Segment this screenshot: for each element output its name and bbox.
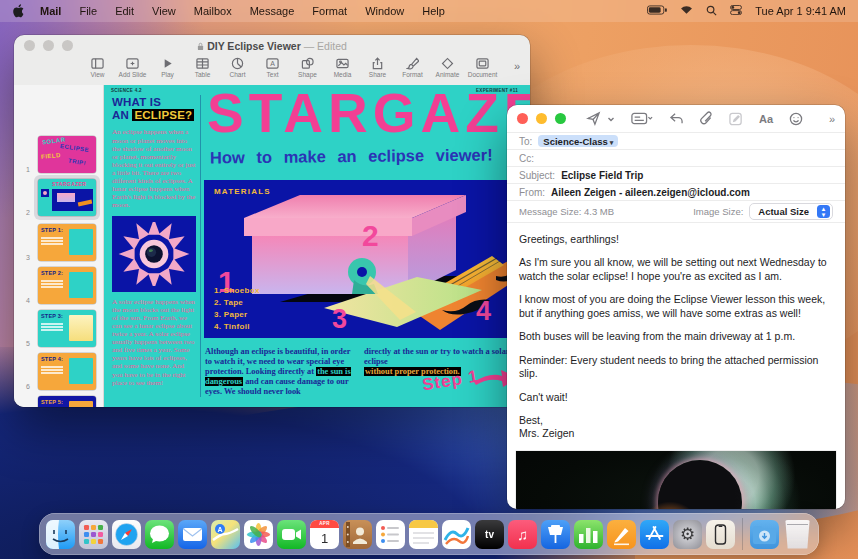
eclipse-photo-attachment[interactable] (516, 451, 836, 509)
edited-badge: — Edited (304, 40, 347, 52)
dock-launchpad[interactable] (79, 520, 108, 549)
dock-iphone-mirroring[interactable] (706, 520, 735, 549)
chart-button[interactable]: Chart (220, 57, 255, 78)
materials-box[interactable]: MATERIALS (204, 180, 530, 338)
menu-window[interactable]: Window (365, 5, 404, 17)
dock-mail[interactable] (178, 520, 207, 549)
send-icon[interactable] (586, 111, 601, 126)
dock-apple-tv[interactable]: tv (475, 520, 504, 549)
sun-icon (118, 222, 190, 286)
battery-icon[interactable] (647, 5, 667, 17)
header-fields-icon[interactable] (631, 112, 653, 125)
dock-music[interactable]: ♫ (508, 520, 537, 549)
text-button[interactable]: AText (255, 57, 290, 78)
menu-format[interactable]: Format (312, 5, 347, 17)
material-item: 3. Paper (214, 309, 260, 321)
slide-thumbnail-6[interactable]: 6 STEP 4: (14, 352, 103, 392)
shape-button[interactable]: Shape (290, 57, 325, 78)
document-button[interactable]: Document (465, 57, 500, 78)
media-button[interactable]: Media (325, 57, 360, 78)
dock-numbers[interactable] (574, 520, 603, 549)
eclipse-heading: WHAT IS AN ECLIPSE? (112, 96, 196, 122)
menu-file[interactable]: File (79, 5, 97, 17)
format-button[interactable]: Format (395, 57, 430, 78)
dock-facetime[interactable] (277, 520, 306, 549)
material-item: 1. Shoebox (214, 285, 260, 297)
message-body[interactable]: Greetings, earthlings! As I'm sure you a… (507, 223, 845, 441)
menu-clock[interactable]: Tue Apr 1 9:41 AM (755, 5, 846, 17)
apple-menu-icon[interactable] (12, 4, 24, 18)
cc-field[interactable]: Cc: (507, 150, 845, 167)
control-center-icon[interactable] (730, 5, 742, 17)
dock-trash[interactable] (783, 520, 812, 549)
menu-help[interactable]: Help (422, 5, 445, 17)
slide-thumbnail-5[interactable]: 5 STEP 3: (14, 309, 103, 349)
keynote-titlebar[interactable]: DIY Eclipse Viewer — Edited (14, 35, 530, 56)
close-button[interactable] (517, 113, 528, 124)
menu-view[interactable]: View (152, 5, 176, 17)
slide-thumbnail-1[interactable]: 1 SOLAR ECLIPSE FIELD TRIP! (14, 135, 103, 175)
dock-safari[interactable] (112, 520, 141, 549)
image-size-select[interactable]: Actual Size ▲▼ (749, 203, 833, 220)
from-field[interactable]: From: Aileen Zeigen - aileen.zeigen@iclo… (507, 184, 845, 201)
dock-reminders[interactable] (376, 520, 405, 549)
slide-thumbnail-7[interactable]: 7 STEP 5: (14, 395, 103, 407)
markup-icon[interactable] (729, 112, 743, 126)
slide-title[interactable]: STARGAZER (207, 85, 530, 145)
attach-icon[interactable] (700, 111, 713, 126)
send-options-chevron-icon[interactable] (607, 115, 615, 123)
minimize-button[interactable] (536, 113, 547, 124)
materials-list: 1. Shoebox 2. Tape 3. Paper 4. Tinfoil (214, 285, 260, 333)
format-text-button[interactable]: Aa (759, 113, 773, 125)
mail-window-controls[interactable] (517, 113, 566, 124)
dock-keynote[interactable] (541, 520, 570, 549)
dock-pages[interactable] (607, 520, 636, 549)
slide-thumbnail-2-selected[interactable]: 2 STARGAZER (14, 178, 103, 218)
dock-downloads-folder[interactable] (750, 520, 779, 549)
toolbar-overflow-chevron[interactable]: » (829, 113, 835, 125)
column-divider (200, 95, 201, 397)
menu-edit[interactable]: Edit (115, 5, 134, 17)
toolbar-overflow-chevron[interactable]: » (514, 57, 520, 72)
dock-notes[interactable] (409, 520, 438, 549)
to-field[interactable]: To: Science-Class▾ (507, 133, 845, 150)
table-button[interactable]: Table (185, 57, 220, 78)
spotlight-search-icon[interactable] (706, 5, 717, 18)
tv-logo: tv (485, 529, 494, 540)
dock-system-settings[interactable]: ⚙ (673, 520, 702, 549)
reply-icon[interactable] (669, 112, 684, 125)
dock-photos[interactable] (244, 520, 273, 549)
dock-app-store[interactable] (640, 520, 669, 549)
menu-app-name[interactable]: Mail (40, 5, 61, 17)
add-slide-button[interactable]: Add Slide (115, 57, 150, 78)
recipient-token[interactable]: Science-Class▾ (538, 135, 618, 147)
dock-messages[interactable] (145, 520, 174, 549)
dock-contacts[interactable] (343, 520, 372, 549)
mail-compose-window: Aa » To: Science-Class▾ Cc: Subject: Ecl… (507, 105, 845, 509)
chevron-down-icon: ▾ (610, 139, 614, 146)
slide-subtitle[interactable]: How to make an eclipse viewer! (210, 146, 493, 168)
subject-field[interactable]: Subject: Eclipse Field Trip (507, 167, 845, 184)
body-paragraph: I know most of you are doing the Eclipse… (519, 293, 833, 320)
wifi-icon[interactable] (680, 5, 693, 17)
keynote-toolbar: View Add Slide Play Table Chart AText Sh… (14, 56, 530, 85)
dock-separator (742, 518, 743, 550)
slide-canvas[interactable]: SCIENCE 4.2 EXPERIMENT #11 WHAT IS AN EC… (104, 85, 530, 407)
slide-thumbnail-4[interactable]: 4 STEP 2: (14, 266, 103, 306)
menu-message[interactable]: Message (250, 5, 295, 17)
dock-finder[interactable] (46, 520, 75, 549)
dock-maps[interactable]: A (211, 520, 240, 549)
emoji-icon[interactable] (789, 112, 803, 126)
animate-button[interactable]: Animate (430, 57, 465, 78)
materials-label: MATERIALS (214, 187, 271, 196)
dock-calendar[interactable]: APR 1 (310, 520, 339, 549)
dock-freeform[interactable] (442, 520, 471, 549)
slide-thumbnail-3[interactable]: 3 STEP 1: (14, 223, 103, 263)
play-button[interactable]: Play (150, 57, 185, 78)
menu-mailbox[interactable]: Mailbox (194, 5, 232, 17)
share-button[interactable]: Share (360, 57, 395, 78)
slide-left-column: WHAT IS AN ECLIPSE? An eclipse happens w… (112, 96, 196, 387)
message-size-value: 4.3 MB (584, 206, 614, 217)
view-button[interactable]: View (80, 57, 115, 78)
zoom-button[interactable] (555, 113, 566, 124)
